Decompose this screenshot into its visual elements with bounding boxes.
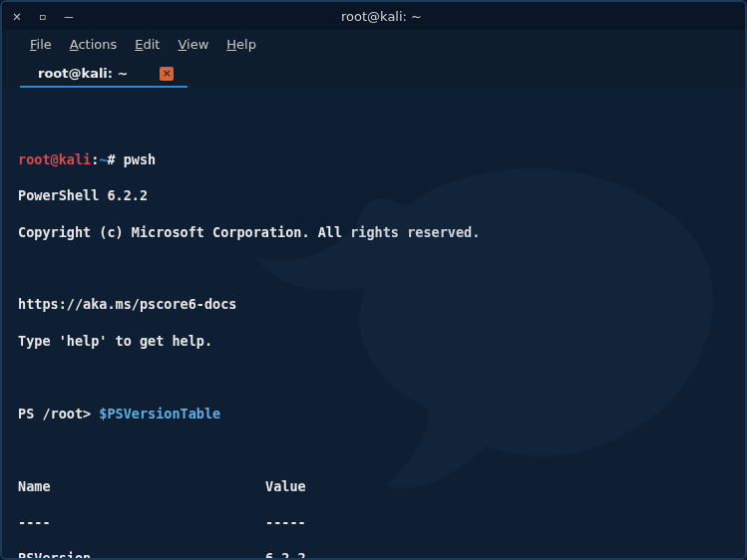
terminal-window: ✕ ▫ — root@kali: ~ File Actions Edit Vie… (0, 0, 747, 560)
ps-prompt: PS /root> (18, 406, 99, 421)
terminal-line: PS /root> $PSVersionTable (18, 405, 729, 422)
cell-name: PSVersion (18, 549, 265, 558)
window-controls: ✕ ▫ — (10, 9, 76, 23)
table-divider: --------- (18, 513, 729, 531)
tabbar: root@kali: ~ × (2, 58, 745, 88)
tab-label: root@kali: ~ (38, 66, 128, 81)
terminal-line: https://aka.ms/pscore6-docs (18, 295, 729, 313)
menubar: File Actions Edit View Help (2, 30, 745, 58)
hdr-name: Name (18, 477, 265, 495)
tab-terminal[interactable]: root@kali: ~ × (20, 61, 187, 88)
table-header: NameValue (18, 477, 729, 495)
close-icon[interactable]: ✕ (10, 9, 24, 23)
tab-close-icon[interactable]: × (160, 67, 174, 81)
terminal-line: Type 'help' to get help. (18, 332, 729, 350)
menu-edit[interactable]: Edit (135, 37, 160, 52)
terminal-line: root@kali:~# pwsh (18, 150, 729, 168)
cell-value: 6.2.2 (265, 549, 306, 558)
command-text: pwsh (124, 151, 157, 167)
maximize-icon[interactable]: ▫ (36, 9, 50, 23)
terminal-line (18, 440, 729, 458)
menu-actions[interactable]: Actions (70, 37, 118, 52)
window-title: root@kali: ~ (76, 9, 687, 24)
terminal-line: Copyright (c) Microsoft Corporation. All… (18, 223, 729, 241)
div-value: ----- (265, 513, 306, 531)
prompt-hash: # (107, 151, 123, 167)
div-name: ---- (18, 513, 265, 531)
hdr-value: Value (265, 477, 306, 495)
terminal-line: PowerShell 6.2.2 (18, 186, 729, 204)
terminal-line (18, 259, 729, 277)
minimize-icon[interactable]: — (62, 9, 76, 23)
table-row: PSVersion6.2.2 (18, 549, 729, 558)
menu-file[interactable]: File (30, 37, 52, 52)
terminal-line (18, 368, 729, 386)
titlebar: ✕ ▫ — root@kali: ~ (2, 2, 745, 30)
menu-view[interactable]: View (178, 37, 208, 52)
menu-help[interactable]: Help (226, 37, 256, 52)
terminal-body[interactable]: root@kali:~# pwsh PowerShell 6.2.2 Copyr… (2, 88, 745, 558)
command-text: $PSVersionTable (99, 406, 220, 421)
prompt-user: root@kali (18, 151, 91, 167)
